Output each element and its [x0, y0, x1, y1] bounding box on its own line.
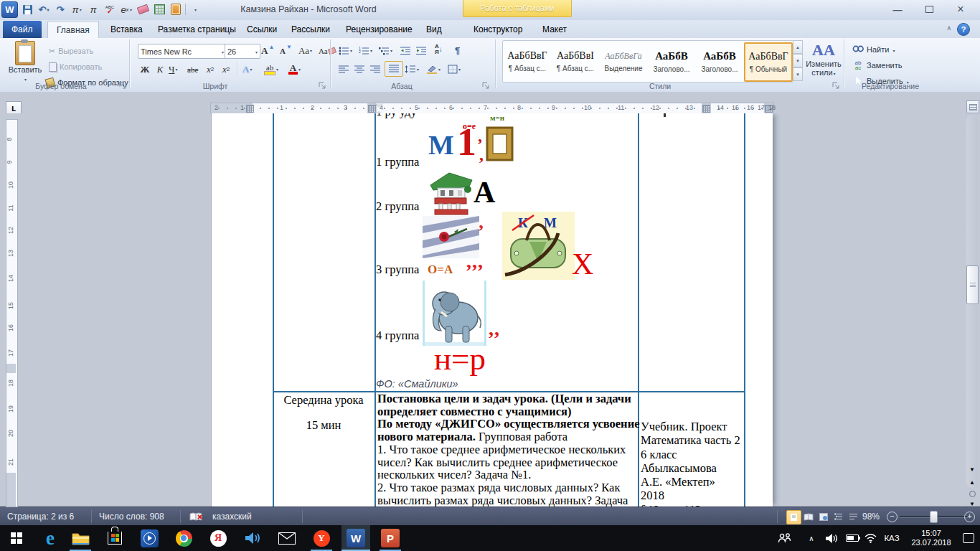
- align-right-button[interactable]: [369, 62, 382, 76]
- grow-font-button[interactable]: А▲: [260, 44, 275, 57]
- show-marks-button[interactable]: ¶: [453, 44, 461, 57]
- style-item-4[interactable]: АаБбВЗаголово...: [696, 42, 743, 80]
- taskbar-chrome-icon[interactable]: [169, 525, 198, 551]
- subscript-button[interactable]: x2: [205, 62, 215, 76]
- clipboard-dialog-launcher[interactable]: [119, 82, 127, 90]
- ruler-toggle-icon[interactable]: [966, 100, 979, 113]
- style-item-1[interactable]: АаБбВвІ¶ Абзац с...: [552, 42, 599, 80]
- taskbar-mail-icon[interactable]: [273, 525, 301, 551]
- customize-qat-icon[interactable]: [188, 2, 202, 17]
- justify-button[interactable]: [385, 61, 403, 77]
- taskbar-edge-icon[interactable]: e: [36, 525, 65, 551]
- align-left-button[interactable]: [337, 62, 351, 76]
- taskbar-yandex-icon[interactable]: Y: [307, 525, 336, 551]
- tab-rassylki[interactable]: Рассылки: [283, 21, 339, 38]
- find-button[interactable]: Найти: [852, 42, 895, 57]
- styles-dialog-launcher[interactable]: [832, 82, 840, 90]
- start-button[interactable]: [2, 525, 31, 551]
- table-column-marker-icon[interactable]: [702, 105, 710, 113]
- clear-formatting-button[interactable]: Аа: [317, 44, 337, 57]
- styles-more-icon[interactable]: ▼: [793, 67, 803, 81]
- style-item-5[interactable]: АаБбВвГ¶ Обычный: [744, 42, 793, 82]
- minimize-button[interactable]: —: [888, 3, 907, 16]
- tab-razmetka[interactable]: Разметка страницы: [149, 21, 245, 38]
- superscript-button[interactable]: x2: [221, 62, 231, 76]
- taskbar-powerpoint-icon[interactable]: P: [376, 525, 405, 551]
- style-item-3[interactable]: АаБбВЗаголово...: [648, 42, 695, 80]
- eraser-icon[interactable]: [136, 2, 150, 17]
- text-effects-button[interactable]: А: [241, 62, 253, 76]
- styles-scroll-down-icon[interactable]: ▼: [793, 54, 803, 67]
- shading-button[interactable]: [425, 62, 442, 76]
- tab-vstavka[interactable]: Вставка: [102, 21, 151, 38]
- previous-page-icon[interactable]: ▲: [966, 476, 978, 488]
- redo-icon[interactable]: ↷: [53, 2, 67, 17]
- line-spacing-button[interactable]: [403, 62, 420, 76]
- paragraph-dialog-launcher[interactable]: [482, 82, 490, 90]
- taskbar-file-explorer-icon[interactable]: [66, 525, 95, 551]
- style-item-0[interactable]: АаБбВвГ¶ Абзац с...: [504, 42, 551, 80]
- change-case-button[interactable]: Аа: [297, 44, 314, 57]
- e-power-x-icon[interactable]: ex: [119, 2, 133, 17]
- close-button[interactable]: ×: [951, 3, 970, 16]
- zoom-level[interactable]: 98%: [862, 507, 880, 526]
- strikethrough-button[interactable]: abe: [186, 62, 199, 76]
- save-icon[interactable]: [20, 2, 34, 17]
- tab-konstruktor[interactable]: Конструктор: [465, 21, 531, 38]
- tab-ssylki[interactable]: Ссылки: [238, 21, 286, 38]
- bullets-button[interactable]: [337, 44, 354, 57]
- sort-button[interactable]: АЯ ↓: [433, 42, 444, 56]
- zoom-in-icon[interactable]: +: [964, 512, 975, 522]
- taskbar-yandex-browser-icon[interactable]: Я: [204, 525, 232, 551]
- tray-language-indicator[interactable]: КАЗ: [880, 525, 904, 551]
- font-family-combo[interactable]: Times New Rc: [138, 44, 227, 59]
- pi-icon[interactable]: π: [86, 2, 100, 17]
- shrink-font-button[interactable]: А▼: [278, 44, 293, 57]
- taskbar-media-player-icon[interactable]: [135, 525, 164, 551]
- taskbar-word-icon[interactable]: W: [341, 525, 370, 551]
- tab-maket[interactable]: Макет: [534, 21, 575, 38]
- change-styles-button[interactable]: АА Изменить стили: [805, 41, 842, 77]
- font-dialog-launcher[interactable]: [319, 82, 326, 90]
- web-layout-view-icon[interactable]: [816, 510, 830, 523]
- people-icon[interactable]: [775, 525, 795, 551]
- action-center-icon[interactable]: [958, 525, 979, 551]
- increase-indent-button[interactable]: [415, 44, 428, 57]
- draft-view-icon[interactable]: [847, 510, 860, 523]
- styles-scroll-up-icon[interactable]: ▲: [793, 40, 803, 54]
- highlight-button[interactable]: ab: [263, 62, 280, 76]
- tray-clock[interactable]: 15:0723.07.2018: [905, 525, 957, 551]
- language-status[interactable]: казахский: [212, 507, 252, 526]
- zoom-out-icon[interactable]: −: [887, 512, 897, 522]
- tab-recenzirovanie[interactable]: Рецензирование: [337, 21, 421, 38]
- scroll-down-icon[interactable]: ▼: [966, 463, 978, 475]
- copy-button[interactable]: Копировать: [49, 60, 102, 74]
- word-count-status[interactable]: Число слов: 908: [99, 507, 164, 526]
- undo-icon[interactable]: ↶: [37, 2, 51, 17]
- numbering-button[interactable]: 12: [357, 44, 374, 57]
- bold-button[interactable]: Ж: [138, 62, 152, 76]
- help-icon[interactable]: ?: [957, 23, 970, 36]
- style-item-2[interactable]: АаБбВвГаВыделение: [600, 42, 647, 80]
- page-number-status[interactable]: Страница: 2 из 6: [7, 507, 74, 526]
- tab-vid[interactable]: Вид: [418, 21, 451, 38]
- scrollbar-thumb[interactable]: [966, 265, 979, 304]
- decrease-indent-button[interactable]: [399, 44, 413, 57]
- proofing-errors-icon[interactable]: [189, 507, 204, 526]
- table-edit-icon[interactable]: [152, 2, 166, 17]
- tray-speaker-icon[interactable]: [822, 525, 841, 551]
- align-center-button[interactable]: [353, 62, 367, 76]
- outline-view-icon[interactable]: [831, 510, 845, 523]
- multilevel-list-button[interactable]: [377, 44, 394, 57]
- tab-glavnaya[interactable]: Главная: [47, 21, 99, 39]
- borders-button[interactable]: [446, 62, 462, 76]
- underline-button[interactable]: Ч: [167, 62, 179, 76]
- tray-wifi-icon[interactable]: [861, 525, 880, 551]
- collapse-ribbon-icon[interactable]: ∧: [946, 24, 951, 32]
- tab-file[interactable]: Файл: [3, 21, 42, 38]
- replace-button[interactable]: abac Заменить: [852, 58, 902, 72]
- font-size-combo[interactable]: 26: [225, 44, 260, 59]
- tray-chevron-up-icon[interactable]: ∧: [804, 525, 819, 551]
- taskbar-store-icon[interactable]: [100, 525, 129, 551]
- word-logo-icon[interactable]: W: [1, 1, 18, 18]
